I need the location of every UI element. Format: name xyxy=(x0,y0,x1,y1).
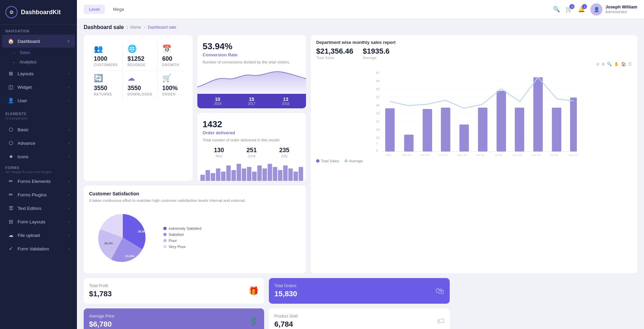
chevron-icon: › xyxy=(68,99,69,103)
file-upload-icon: ☁ xyxy=(7,232,14,238)
tab-level[interactable]: Level xyxy=(84,5,105,14)
sidebar-item-forms-elements[interactable]: ✏ Forms Elements › xyxy=(2,175,75,188)
breadcrumb-home[interactable]: Home xyxy=(130,25,141,30)
svg-text:Oct '03: Oct '03 xyxy=(550,154,559,156)
dept-title: Department wise monthly sales report xyxy=(316,40,632,45)
legend-dot xyxy=(163,239,167,242)
profit-info: Total Profit $1,783 xyxy=(89,283,112,298)
legend-label-total-sales: Total Sales xyxy=(321,159,339,163)
layouts-icon: ⊞ xyxy=(7,71,14,77)
sidebar-item-file-upload[interactable]: ☁ File upload › xyxy=(2,229,75,242)
breadcrumb-current: Dashboard sale xyxy=(148,25,176,30)
dept-totals: $21,356.46 Total Sales $1935.6 Average xyxy=(316,47,632,60)
sidebar-item-layouts[interactable]: ⊞ Layouts › xyxy=(2,67,75,80)
chevron-icon: › xyxy=(68,128,69,132)
legend-dot xyxy=(163,227,167,230)
legend-label: Very Poor xyxy=(169,245,186,249)
sidebar-item-analytics[interactable]: → Analytics xyxy=(0,57,77,67)
svg-rect-9 xyxy=(247,167,251,181)
sidebar-item-widget[interactable]: ◫ Widget › xyxy=(2,81,75,93)
order-icon: 🛒 xyxy=(162,74,171,83)
move-icon[interactable]: ✋ xyxy=(614,62,619,66)
sidebar-item-icons[interactable]: ★ Icons › xyxy=(2,150,75,163)
sidebar-item-label: Dashboard xyxy=(18,39,40,44)
sidebar-item-dashboard[interactable]: 🏠 Dashboard ▾ xyxy=(2,35,75,48)
total-sales-label: Total Sales xyxy=(316,56,353,60)
svg-rect-2 xyxy=(211,173,215,181)
svg-rect-0 xyxy=(200,175,205,181)
tab-mega[interactable]: Mega xyxy=(108,5,130,14)
user-profile[interactable]: 👤 Joseph William Administrator xyxy=(590,3,637,16)
sidebar-item-form-layouts[interactable]: ⊟ Form Layouts › xyxy=(2,215,75,228)
sidebar-item-label: Forms Elements xyxy=(18,179,51,184)
svg-rect-17 xyxy=(288,169,292,181)
profit-grid: Total Profit $1,783 🎁 Total Orders 15,83… xyxy=(84,278,450,329)
cart-button[interactable]: 🛒 3 xyxy=(565,6,572,13)
total-sales-val: $21,356.46 xyxy=(316,47,353,56)
arrow-icon: → xyxy=(12,51,16,55)
bell-badge: 1 xyxy=(582,4,587,9)
customers-icon: 👥 xyxy=(94,45,103,53)
user-icon: 👤 xyxy=(7,98,14,104)
svg-rect-41 xyxy=(385,108,395,152)
sidebar-item-label: Form Validation xyxy=(18,246,49,251)
chevron-icon: › xyxy=(68,233,69,237)
svg-rect-1 xyxy=(205,170,210,181)
avg-val: $6,780 xyxy=(89,320,114,329)
zoom-in-icon[interactable]: ⊕ xyxy=(601,62,605,66)
form-layouts-icon: ⊟ xyxy=(7,219,14,225)
profit-label: Total Profit xyxy=(89,283,112,288)
order-label: May xyxy=(214,154,224,158)
svg-rect-19 xyxy=(299,167,303,181)
home-chart-icon[interactable]: 🏠 xyxy=(621,62,626,66)
avg-label: Average Price xyxy=(89,314,114,319)
profit-val: $1,783 xyxy=(89,290,112,298)
zoom-out-icon[interactable]: ⊖ xyxy=(596,62,599,66)
stat-value: 600 xyxy=(162,55,172,62)
stat-value: 3550 xyxy=(128,85,141,92)
search-button[interactable]: 🔍 xyxy=(553,6,560,13)
average-label: Average xyxy=(363,56,390,60)
sidebar-item-forms-plugins[interactable]: ✏ Forms Plugins › xyxy=(2,188,75,201)
chevron-icon: › xyxy=(68,155,69,159)
content-area: Dashboard sale | Home › Dashboard sale 👥… xyxy=(77,19,644,329)
sidebar-item-text-editors[interactable]: ☰ Text Editors › xyxy=(2,202,75,215)
svg-rect-14 xyxy=(273,167,277,181)
notifications-button[interactable]: 🔔 1 xyxy=(578,6,585,13)
legend-dot xyxy=(163,233,167,236)
pie-chart: 35.5% 21.5% 16.1% xyxy=(89,207,157,268)
svg-rect-4 xyxy=(221,172,225,181)
stat-customers: 👥 1000 CUSTOMERS xyxy=(89,41,123,71)
arrow-icon: → xyxy=(12,60,16,64)
order-count: 1432 xyxy=(203,119,301,130)
avatar: 👤 xyxy=(590,3,603,16)
dept-chart-svg: 67 60 53 47 40 33 27 20 13 7 0 xyxy=(316,68,632,156)
date-label-2: 15 2017 xyxy=(248,97,255,106)
sidebar-item-user[interactable]: 👤 User › xyxy=(2,94,75,107)
product-info: Product Sold 6,784 xyxy=(274,314,298,329)
svg-rect-3 xyxy=(216,169,220,181)
page-title: Dashboard sale xyxy=(84,24,124,30)
forms-section-label: FORMS xyxy=(5,166,72,170)
order-july: 235 July xyxy=(279,147,289,158)
order-label: June xyxy=(247,154,257,158)
legend-dot-average xyxy=(344,159,348,163)
sidebar-item-advance[interactable]: ⬡ Advance › xyxy=(2,137,75,149)
sidebar-item-form-validation[interactable]: ✓ Form Validation › xyxy=(2,242,75,255)
svg-text:35.5%: 35.5% xyxy=(138,230,147,233)
sidebar-item-basic[interactable]: ⬡ Basic › xyxy=(2,123,75,136)
sidebar-item-sales[interactable]: → Sales xyxy=(0,48,77,57)
growth-icon: 📅 xyxy=(162,45,171,53)
svg-text:67: 67 xyxy=(376,71,380,75)
average: $1935.6 Average xyxy=(363,47,390,60)
user-role: Administrator xyxy=(605,10,637,14)
sidebar-item-label: Text Editors xyxy=(18,206,41,211)
bottom-left: Customer Satisfaction It takes continuou… xyxy=(84,186,306,273)
metrics-column: 53.94% Conversion Rate Number of convers… xyxy=(197,35,306,181)
search-chart-icon[interactable]: 🔍 xyxy=(607,62,612,66)
app-name: DashboardKit xyxy=(21,9,61,16)
forms-elements-icon: ✏ xyxy=(7,178,14,184)
chart-controls: ⊖ ⊕ 🔍 ✋ 🏠 ☰ xyxy=(316,62,632,66)
menu-chart-icon[interactable]: ☰ xyxy=(628,62,632,66)
chevron-icon: › xyxy=(68,220,69,224)
